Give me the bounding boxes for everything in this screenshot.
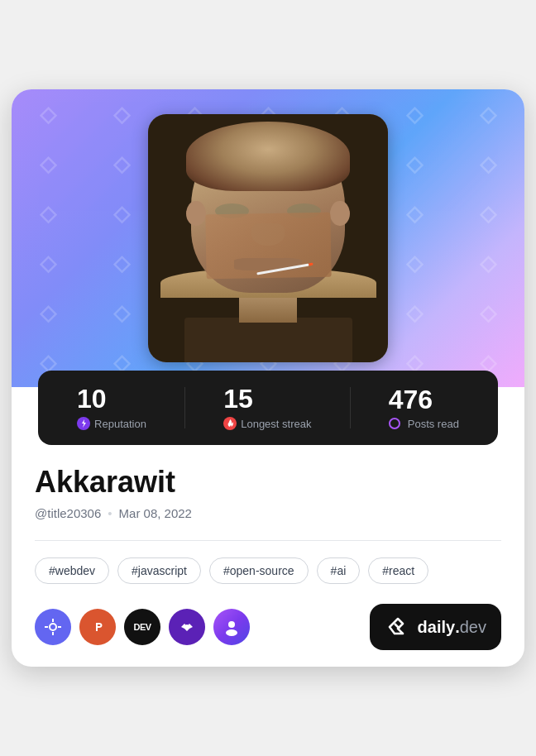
profile-name: Akkarawit xyxy=(35,465,501,500)
card-body: Akkarawit @title20306 • Mar 08, 2022 #we… xyxy=(12,445,524,667)
daily-text-dev: dev xyxy=(460,618,486,637)
posts-label-row: Posts read xyxy=(389,418,459,430)
badge-gitconnected[interactable] xyxy=(169,609,205,645)
daily-text-daily: daily xyxy=(418,618,456,637)
svg-point-8 xyxy=(226,629,237,636)
bottom-row: DEV xyxy=(35,604,501,650)
wm-cell: ◇ xyxy=(378,288,452,337)
wm-cell: ◇ xyxy=(12,139,85,189)
posts-value: 476 xyxy=(389,386,433,413)
wm-cell: ◇ xyxy=(378,238,452,288)
tags-container: #webdev #javascript #open-source #ai #re… xyxy=(35,557,501,584)
gitconnected-icon xyxy=(178,618,196,636)
user-avatar-icon xyxy=(222,617,242,637)
dev-label: DEV xyxy=(133,622,151,632)
avatar-image xyxy=(148,114,388,362)
wm-cell: ◇ xyxy=(85,89,159,139)
svg-point-1 xyxy=(50,624,56,630)
wm-cell: ◇ xyxy=(378,139,452,189)
streak-value: 15 xyxy=(223,385,253,412)
stat-divider-1 xyxy=(184,387,185,428)
avatar xyxy=(148,114,388,362)
wm-cell: ◇ xyxy=(451,189,524,238)
wm-cell: ◇ xyxy=(451,89,524,139)
card-header: ◇ ◇ ◇ ◇ ◇ ◇ ◇ ◇ ◇ ◇ ◇ ◇ ◇ ◇ ◇ ◇ ◇ ◇ ◇ ◇ … xyxy=(12,89,524,387)
wm-cell: ◇ xyxy=(12,189,85,238)
profile-card: ◇ ◇ ◇ ◇ ◇ ◇ ◇ ◇ ◇ ◇ ◇ ◇ ◇ ◇ ◇ ◇ ◇ ◇ ◇ ◇ … xyxy=(12,89,524,667)
tag-javascript[interactable]: #javascript xyxy=(117,557,201,584)
join-date: Mar 08, 2022 xyxy=(119,506,192,520)
divider xyxy=(35,540,501,541)
wm-cell: ◇ xyxy=(12,288,85,337)
stats-bar: 10 Reputation 15 xyxy=(38,371,498,445)
wm-cell: ◇ xyxy=(85,238,159,288)
wm-cell: ◇ xyxy=(12,89,85,139)
posts-icon xyxy=(389,418,400,429)
wm-cell: ◇ xyxy=(451,238,524,288)
tag-react[interactable]: #react xyxy=(368,557,428,584)
wm-cell: ◇ xyxy=(85,288,159,337)
svg-marker-0 xyxy=(82,419,86,428)
streak-stat: 15 Longest streak xyxy=(223,385,311,430)
wm-cell: ◇ xyxy=(451,139,524,189)
wm-cell: ◇ xyxy=(378,89,452,139)
streak-label-row: Longest streak xyxy=(223,417,311,430)
daily-dev-icon xyxy=(385,614,411,640)
tag-ai[interactable]: #ai xyxy=(317,557,361,584)
producthunt-icon xyxy=(89,619,106,635)
source-badges: DEV xyxy=(35,609,250,645)
wm-cell: ◇ xyxy=(12,238,85,288)
streak-icon xyxy=(223,417,237,430)
wm-cell: ◇ xyxy=(378,189,452,238)
username: @title20306 xyxy=(35,506,101,520)
svg-point-7 xyxy=(228,621,235,628)
streak-label: Longest streak xyxy=(241,418,311,430)
reputation-label: Reputation xyxy=(94,418,146,430)
daily-dev-text: daily . dev xyxy=(418,618,486,637)
svg-point-6 xyxy=(185,624,189,628)
wm-cell: ◇ xyxy=(451,288,524,337)
badge-crosshair[interactable] xyxy=(35,609,71,645)
badge-user-avatar[interactable] xyxy=(213,609,250,645)
reputation-icon xyxy=(77,417,90,430)
reputation-value: 10 xyxy=(77,385,107,412)
meta-dot: • xyxy=(108,506,112,520)
bolt-icon xyxy=(80,419,88,428)
wm-cell: ◇ xyxy=(85,189,159,238)
stat-divider-2 xyxy=(350,387,351,428)
badge-producthunt[interactable] xyxy=(79,609,116,645)
svg-line-10 xyxy=(395,624,400,629)
fire-icon xyxy=(227,419,234,428)
daily-dev-logo[interactable]: daily . dev xyxy=(370,604,501,650)
reputation-stat: 10 Reputation xyxy=(77,385,146,430)
reputation-label-row: Reputation xyxy=(77,417,146,430)
profile-meta: @title20306 • Mar 08, 2022 xyxy=(35,506,501,520)
crosshair-icon xyxy=(44,618,62,636)
tag-webdev[interactable]: #webdev xyxy=(35,557,109,584)
wm-cell: ◇ xyxy=(85,139,159,189)
tag-open-source[interactable]: #open-source xyxy=(209,557,309,584)
posts-stat: 476 Posts read xyxy=(389,386,459,430)
posts-label: Posts read xyxy=(408,418,459,430)
badge-dev[interactable]: DEV xyxy=(124,609,160,645)
